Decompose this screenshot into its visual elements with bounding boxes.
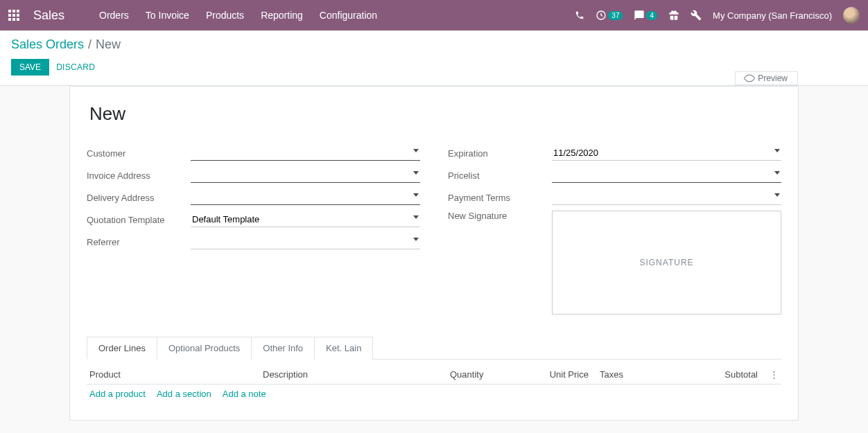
save-button[interactable]: SAVE: [11, 59, 49, 76]
invoice-address-label: Invoice Address: [87, 170, 191, 181]
nav-reporting[interactable]: Reporting: [261, 10, 303, 21]
add-section-link[interactable]: Add a section: [157, 389, 211, 399]
add-product-link[interactable]: Add a product: [89, 389, 146, 399]
referrer-label: Referrer: [87, 237, 191, 247]
referrer-input[interactable]: [191, 234, 420, 249]
page-title: New: [89, 103, 781, 125]
wrench-icon[interactable]: [691, 10, 702, 21]
navbar: Sales Orders To Invoice Products Reporti…: [0, 0, 868, 30]
phone-icon[interactable]: [575, 10, 584, 20]
col-unit-price: Unit Price: [519, 369, 589, 380]
tab-ket-lain[interactable]: Ket. Lain: [314, 337, 373, 360]
tab-other-info[interactable]: Other Info: [251, 337, 315, 360]
messages-icon[interactable]: 4: [634, 10, 657, 21]
navbar-right: 37 4 My Company (San Francisco): [575, 7, 860, 24]
table-header: Product Description Quantity Unit Price …: [87, 365, 781, 385]
nav-menu: Orders To Invoice Products Reporting Con…: [99, 10, 377, 21]
nav-orders[interactable]: Orders: [99, 10, 129, 21]
payment-terms-label: Payment Terms: [448, 193, 552, 203]
payment-terms-input[interactable]: [552, 190, 781, 205]
activity-icon[interactable]: 37: [596, 10, 623, 21]
nav-configuration[interactable]: Configuration: [320, 10, 377, 21]
tab-content: Product Description Quantity Unit Price …: [87, 359, 781, 403]
discard-button[interactable]: DISCARD: [56, 59, 95, 76]
activity-badge: 37: [608, 11, 623, 20]
col-description: Description: [263, 369, 450, 380]
col-subtotal: Subtotal: [658, 369, 758, 380]
app-brand[interactable]: Sales: [33, 8, 64, 23]
col-taxes: Taxes: [589, 369, 658, 380]
signature-label: New Signature: [448, 211, 552, 221]
gift-icon[interactable]: [668, 10, 679, 21]
breadcrumb-current: New: [96, 37, 121, 52]
breadcrumb: Sales Orders / New: [11, 37, 857, 52]
signature-box[interactable]: SIGNATURE: [552, 211, 781, 315]
kebab-icon[interactable]: ⋮: [758, 369, 779, 380]
col-product: Product: [89, 369, 263, 380]
nav-to-invoice[interactable]: To Invoice: [146, 10, 189, 21]
form-right-column: Expiration Pricelist Payment Terms: [448, 144, 781, 319]
delivery-address-label: Delivery Address: [87, 193, 191, 203]
breadcrumb-parent[interactable]: Sales Orders: [11, 37, 84, 52]
breadcrumb-sep: /: [88, 37, 92, 52]
add-row: Add a product Add a section Add a note: [87, 385, 781, 403]
tab-optional-products[interactable]: Optional Products: [157, 337, 252, 360]
quotation-template-label: Quotation Template: [87, 215, 191, 225]
tabs: Order Lines Optional Products Other Info…: [87, 337, 781, 360]
eye-icon: [744, 73, 756, 85]
add-note-link[interactable]: Add a note: [223, 389, 266, 399]
customer-input[interactable]: [191, 145, 420, 161]
expiration-label: Expiration: [448, 148, 552, 159]
form-sheet: Preview New Customer Invoice Address: [69, 86, 799, 421]
user-avatar[interactable]: [843, 7, 860, 24]
tab-order-lines[interactable]: Order Lines: [87, 337, 157, 360]
company-selector[interactable]: My Company (San Francisco): [713, 10, 832, 21]
quotation-template-input[interactable]: [191, 212, 420, 227]
col-quantity: Quantity: [450, 369, 519, 380]
delivery-address-input[interactable]: [191, 190, 420, 205]
expiration-input[interactable]: [552, 145, 781, 161]
messages-badge: 4: [646, 11, 657, 20]
apps-icon[interactable]: [8, 10, 19, 21]
pricelist-label: Pricelist: [448, 170, 552, 181]
preview-button[interactable]: Preview: [735, 71, 798, 85]
nav-products[interactable]: Products: [206, 10, 244, 21]
customer-label: Customer: [87, 148, 191, 159]
preview-label: Preview: [758, 73, 788, 83]
invoice-address-input[interactable]: [191, 168, 420, 183]
pricelist-input[interactable]: [552, 168, 781, 183]
form-left-column: Customer Invoice Address Delivery Addres…: [87, 144, 420, 319]
